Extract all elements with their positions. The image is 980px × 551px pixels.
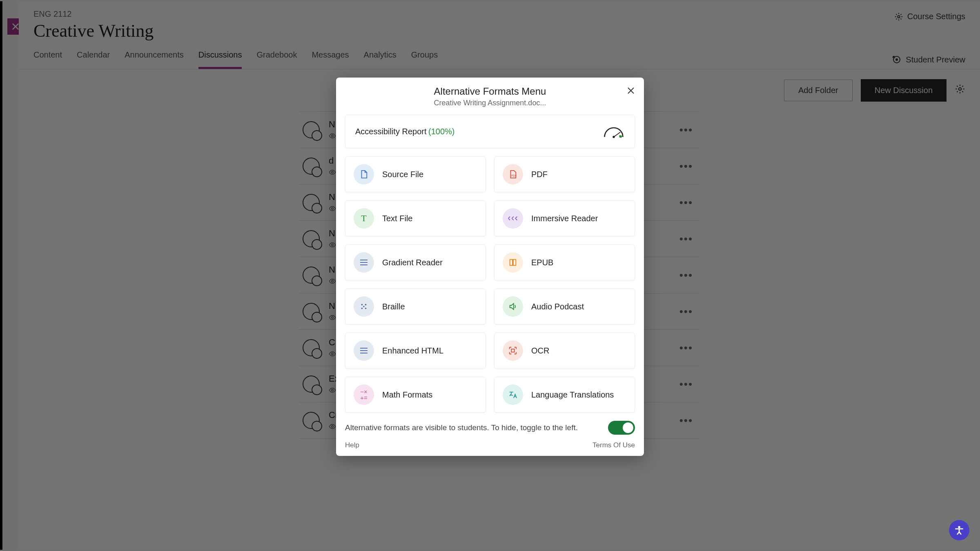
svg-point-20 (365, 304, 367, 306)
format-audio-podcast[interactable]: Audio Podcast (494, 289, 635, 324)
format-label: Immersive Reader (531, 214, 598, 223)
terms-link[interactable]: Terms Of Use (592, 441, 635, 449)
modal-overlay[interactable]: Alternative Formats Menu Creative Writin… (0, 0, 980, 551)
pdf-icon: PDF (503, 164, 523, 184)
format-label: Text File (382, 214, 412, 223)
svg-rect-27 (511, 349, 514, 352)
format-text-file[interactable]: T Text File (345, 200, 486, 236)
math-icon: −×+= (354, 384, 374, 405)
format-ocr[interactable]: OCR (494, 333, 635, 369)
svg-text:PDF: PDF (511, 174, 517, 177)
format-braille[interactable]: Braille (345, 289, 486, 324)
visibility-toggle[interactable] (608, 421, 635, 435)
format-label: Audio Podcast (531, 302, 584, 311)
svg-point-19 (361, 304, 363, 306)
svg-point-21 (361, 308, 363, 309)
format-label: Language Translations (531, 390, 614, 400)
accessibility-report-card[interactable]: Accessibility Report (100%) (345, 115, 635, 148)
book-icon (503, 252, 523, 273)
format-math-formats[interactable]: −×+= Math Formats (345, 377, 486, 413)
lines-icon (354, 340, 374, 361)
svg-point-28 (958, 526, 960, 528)
report-label: Accessibility Report (355, 127, 427, 136)
svg-point-23 (363, 306, 365, 307)
format-immersive-reader[interactable]: Immersive Reader (494, 200, 635, 236)
toggle-text: Alternative formats are visible to stude… (345, 423, 578, 432)
report-percent: (100%) (428, 127, 454, 136)
modal-subtitle: Creative Writing Assignment.doc... (345, 99, 635, 107)
format-language-translations[interactable]: Language Translations (494, 377, 635, 413)
format-epub[interactable]: EPUB (494, 244, 635, 280)
modal-title: Alternative Formats Menu (345, 86, 635, 97)
scan-icon (503, 340, 523, 361)
format-source-file[interactable]: Source File (345, 156, 486, 192)
arrows-icon (503, 208, 523, 229)
accessibility-fab[interactable] (949, 520, 969, 540)
alternative-formats-modal: Alternative Formats Menu Creative Writin… (336, 78, 644, 456)
dots-icon (354, 296, 374, 317)
gauge-icon (603, 124, 625, 139)
format-label: Gradient Reader (382, 258, 443, 267)
visibility-toggle-row: Alternative formats are visible to stude… (345, 421, 635, 435)
file-icon (354, 164, 374, 184)
format-label: Enhanced HTML (382, 346, 443, 355)
format-enhanced-html[interactable]: Enhanced HTML (345, 333, 486, 369)
format-label: EPUB (531, 258, 553, 267)
modal-close-button[interactable] (627, 86, 635, 97)
formats-grid: Source File PDF PDF T Text File Immersiv… (345, 156, 635, 413)
format-label: PDF (531, 170, 548, 179)
accessibility-icon (954, 525, 964, 535)
speaker-icon (503, 296, 523, 317)
T-icon: T (354, 208, 374, 229)
modal-footer: Help Terms Of Use (345, 441, 635, 449)
translate-icon (503, 384, 523, 405)
close-icon (627, 87, 635, 95)
format-pdf[interactable]: PDF PDF (494, 156, 635, 192)
format-label: OCR (531, 346, 549, 355)
help-link[interactable]: Help (345, 441, 359, 449)
format-gradient-reader[interactable]: Gradient Reader (345, 244, 486, 280)
svg-point-22 (365, 308, 367, 309)
lines-icon (354, 252, 374, 273)
format-label: Braille (382, 302, 405, 311)
format-label: Math Formats (382, 390, 432, 400)
format-label: Source File (382, 170, 423, 179)
